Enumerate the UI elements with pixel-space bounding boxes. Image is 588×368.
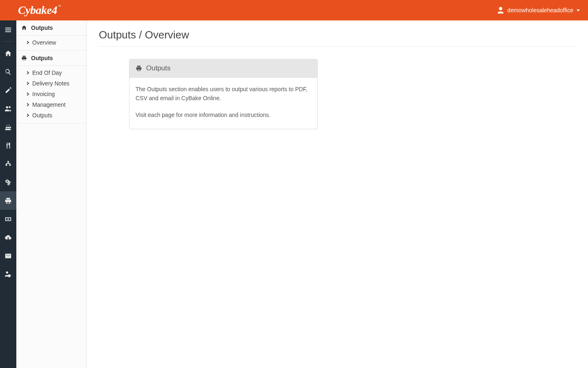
chevron-right-icon	[26, 71, 29, 74]
user-icon	[497, 6, 505, 14]
chevron-right-icon	[26, 41, 29, 44]
rail-edit[interactable]	[0, 81, 16, 99]
rail-menu[interactable]	[0, 20, 16, 39]
rail-money[interactable]	[0, 210, 16, 228]
sidebar: Outputs Overview Outputs End Of Day Deli…	[16, 20, 87, 368]
sidebar-item-label: Overview	[32, 39, 56, 46]
sidebar-section-outputs[interactable]: Outputs	[16, 51, 86, 66]
cogs-icon	[4, 179, 12, 186]
chevron-right-icon	[26, 103, 29, 106]
user-menu[interactable]: demowholesaleheadoffice	[497, 6, 580, 14]
rail-food[interactable]	[0, 136, 16, 155]
rail-mail[interactable]	[0, 247, 16, 265]
panel-wrapper: Outputs The Outputs section enables user…	[99, 59, 576, 129]
sidebar-item-outputs[interactable]: Outputs	[16, 110, 86, 121]
edit-icon	[4, 87, 12, 94]
rail-print[interactable]	[0, 191, 16, 210]
money-icon	[4, 215, 12, 223]
sitemap-icon	[4, 160, 12, 168]
sidebar-item-invoicing[interactable]: Invoicing	[16, 89, 86, 99]
sidebar-item-label: Invoicing	[32, 91, 55, 97]
topbar: Cybake4™ demowholesaleheadoffice	[0, 0, 588, 20]
trademark-symbol: ™	[58, 4, 61, 8]
sidebar-item-label: Delivery Notes	[32, 80, 69, 87]
sidebar-section2-items: End Of Day Delivery Notes Invoicing Mana…	[16, 66, 86, 123]
rail-search[interactable]	[0, 63, 16, 81]
rail-cloud[interactable]	[0, 228, 16, 247]
caret-down-icon	[577, 9, 580, 11]
sidebar-section-outputs-nav[interactable]: Outputs	[16, 20, 86, 36]
cake-icon	[4, 123, 12, 131]
brand-text: Cybake4	[18, 4, 57, 16]
search-icon	[4, 68, 12, 76]
cloud-download-icon	[4, 234, 12, 241]
home-icon	[21, 25, 27, 31]
chevron-right-icon	[26, 114, 29, 117]
sidebar-item-end-of-day[interactable]: End Of Day	[16, 67, 86, 78]
utensils-icon	[4, 142, 12, 149]
print-icon	[136, 65, 142, 72]
panel-paragraph-1: The Outputs section enables users to out…	[136, 85, 311, 103]
sidebar-item-overview[interactable]: Overview	[16, 37, 86, 48]
rail-admin[interactable]	[0, 265, 16, 283]
sidebar-item-label: End Of Day	[32, 70, 62, 76]
sidebar-item-label: Outputs	[32, 112, 52, 119]
panel-heading-text: Outputs	[146, 64, 171, 72]
print-icon	[21, 55, 27, 61]
envelope-icon	[4, 252, 12, 260]
rail-home[interactable]	[0, 44, 16, 63]
sidebar-item-management[interactable]: Management	[16, 99, 86, 110]
rail-org[interactable]	[0, 155, 16, 173]
print-icon	[4, 197, 12, 204]
sidebar-section-title: Outputs	[31, 25, 53, 31]
rail-cogs[interactable]	[0, 173, 16, 191]
user-shield-icon	[4, 271, 12, 278]
home-icon	[4, 50, 12, 57]
rail-separator	[3, 41, 13, 42]
panel-paragraph-2: Visit each page for more information and…	[136, 111, 311, 120]
sidebar-item-delivery-notes[interactable]: Delivery Notes	[16, 78, 86, 89]
sidebar-item-label: Management	[32, 101, 66, 108]
rail-cake[interactable]	[0, 118, 16, 136]
panel-body: The Outputs section enables users to out…	[129, 78, 317, 129]
sidebar-section-title: Outputs	[31, 55, 53, 61]
main-content: Outputs / Overview Outputs The Outputs s…	[87, 20, 588, 368]
panel-header: Outputs	[129, 59, 317, 78]
page-title: Outputs / Overview	[99, 29, 576, 47]
chevron-right-icon	[26, 82, 29, 85]
sidebar-section1-items: Overview	[16, 36, 86, 51]
icon-rail	[0, 20, 16, 368]
outputs-panel: Outputs The Outputs section enables user…	[129, 59, 318, 129]
brand-logo: Cybake4™	[18, 4, 60, 17]
users-icon	[4, 105, 12, 112]
username-label: demowholesaleheadoffice	[507, 7, 573, 13]
bars-icon	[4, 26, 12, 34]
rail-users[interactable]	[0, 99, 16, 118]
chevron-right-icon	[26, 92, 29, 96]
